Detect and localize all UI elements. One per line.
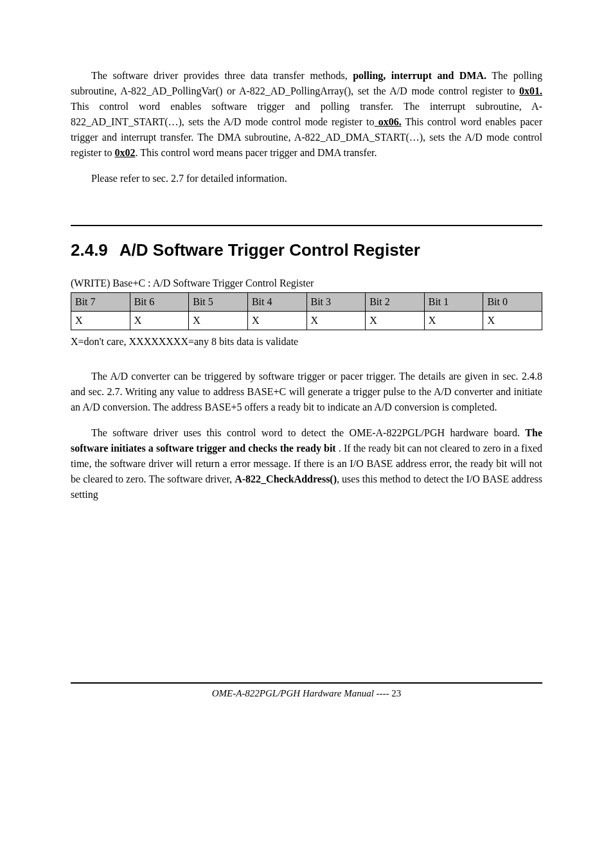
table-header-cell: Bit 4 bbox=[247, 293, 306, 312]
footer-title: OME-A-822PGL/PGH Hardware Manual bbox=[212, 688, 374, 698]
table-header-cell: Bit 3 bbox=[306, 293, 366, 312]
table-header-cell: Bit 6 bbox=[130, 293, 189, 312]
table-cell: X bbox=[71, 312, 130, 330]
bold-text: A-822_CheckAddress() bbox=[235, 474, 337, 484]
text: The software driver provides three data … bbox=[91, 70, 353, 81]
table-header-cell: Bit 5 bbox=[189, 293, 248, 312]
table-cell: X bbox=[247, 312, 306, 330]
underline-bold-text: ox06. bbox=[375, 116, 402, 127]
table-header-cell: Bit 7 bbox=[71, 293, 130, 312]
table-header-row: Bit 7 Bit 6 Bit 5 Bit 4 Bit 3 Bit 2 Bit … bbox=[71, 293, 542, 312]
table-note: X=don't care, XXXXXXXX=any 8 bits data i… bbox=[71, 334, 542, 350]
table-cell: X bbox=[306, 312, 366, 330]
paragraph-driver-methods: The software driver provides three data … bbox=[71, 68, 542, 161]
paragraph-reference: Please refer to sec. 2.7 for detailed in… bbox=[71, 171, 542, 186]
footer-page-number: ---- 23 bbox=[374, 688, 401, 698]
section-title: A/D Software Trigger Control Register bbox=[120, 240, 420, 260]
table-cell: X bbox=[130, 312, 189, 330]
table-cell: X bbox=[483, 312, 542, 330]
bold-text: polling, interrupt and DMA. bbox=[353, 70, 486, 81]
table-header-cell: Bit 1 bbox=[424, 293, 483, 312]
table-header-cell: Bit 0 bbox=[483, 293, 542, 312]
section-number: 2.4.9 bbox=[71, 238, 108, 263]
table-caption: (WRITE) Base+C : A/D Software Trigger Co… bbox=[71, 276, 542, 291]
footer-rule bbox=[71, 682, 542, 684]
table-cell: X bbox=[189, 312, 248, 330]
table-row: X X X X X X X X bbox=[71, 312, 542, 330]
underline-bold-text: 0x02 bbox=[114, 147, 135, 158]
underline-bold-text: 0x01. bbox=[519, 85, 542, 96]
table-cell: X bbox=[424, 312, 483, 330]
text: . This control word means pacer trigger … bbox=[135, 147, 377, 158]
section-rule bbox=[71, 225, 542, 226]
page-footer: OME-A-822PGL/PGH Hardware Manual ---- 23 bbox=[71, 686, 542, 701]
table-header-cell: Bit 2 bbox=[366, 293, 425, 312]
section-heading: 2.4.9A/D Software Trigger Control Regist… bbox=[71, 238, 542, 263]
bits-table: Bit 7 Bit 6 Bit 5 Bit 4 Bit 3 Bit 2 Bit … bbox=[71, 292, 542, 330]
paragraph-software-driver: The software driver uses this control wo… bbox=[71, 425, 542, 502]
table-cell: X bbox=[366, 312, 425, 330]
paragraph-converter-trigger: The A/D converter can be triggered by so… bbox=[71, 369, 542, 415]
text: The software driver uses this control wo… bbox=[91, 427, 525, 438]
